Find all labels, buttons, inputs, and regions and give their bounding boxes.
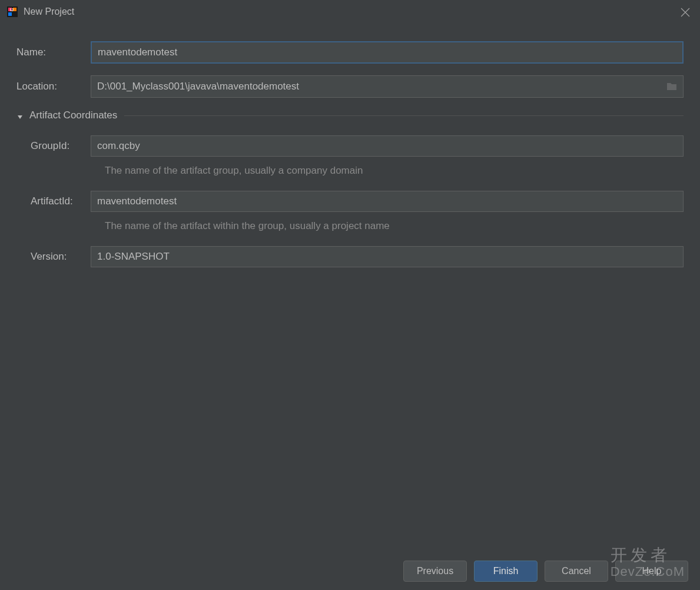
location-input[interactable] xyxy=(91,75,684,98)
browse-folder-icon[interactable] xyxy=(666,82,678,91)
groupid-hint: The name of the artifact group, usually … xyxy=(16,165,684,177)
titlebar: IJ New Project xyxy=(0,0,700,24)
location-label: Location: xyxy=(16,81,91,92)
section-divider xyxy=(124,115,684,116)
name-row: Name: xyxy=(16,41,684,64)
version-input[interactable] xyxy=(91,246,684,267)
version-row: Version: xyxy=(16,246,684,267)
groupid-row: GroupId: xyxy=(16,135,684,157)
chevron-down-icon[interactable] xyxy=(16,112,24,119)
artifact-coordinates-header[interactable]: Artifact Coordinates xyxy=(16,110,684,121)
cancel-button[interactable]: Cancel xyxy=(545,561,608,582)
dialog-content: Name: Location: Artifact Coordinates Gro… xyxy=(0,24,700,267)
button-bar: Previous Finish Cancel Help xyxy=(403,561,688,582)
location-row: Location: xyxy=(16,75,684,98)
name-input[interactable] xyxy=(91,41,684,64)
version-label: Version: xyxy=(31,251,91,263)
svg-rect-2 xyxy=(13,8,16,11)
section-title: Artifact Coordinates xyxy=(29,110,117,121)
groupid-label: GroupId: xyxy=(31,140,91,152)
artifactid-hint: The name of the artifact within the grou… xyxy=(16,220,684,232)
svg-rect-3 xyxy=(8,12,12,16)
close-icon[interactable] xyxy=(680,7,691,18)
groupid-input[interactable] xyxy=(91,135,684,157)
window-title: New Project xyxy=(24,6,74,17)
previous-button[interactable]: Previous xyxy=(403,561,467,582)
name-label: Name: xyxy=(16,47,91,58)
svg-text:IJ: IJ xyxy=(10,8,14,12)
intellij-icon: IJ xyxy=(7,6,18,17)
finish-button[interactable]: Finish xyxy=(474,561,538,582)
artifactid-row: ArtifactId: xyxy=(16,191,684,212)
help-button[interactable]: Help xyxy=(615,561,688,582)
artifactid-label: ArtifactId: xyxy=(31,195,91,207)
artifactid-input[interactable] xyxy=(91,191,684,212)
